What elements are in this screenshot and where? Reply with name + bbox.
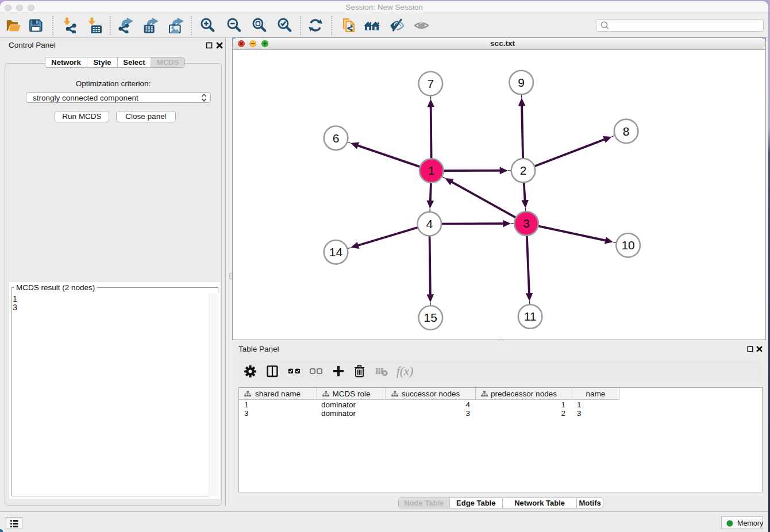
svg-text:14: 14: [329, 245, 343, 259]
svg-text:2: 2: [520, 164, 527, 177]
svg-text:9: 9: [518, 76, 525, 89]
svg-text:15: 15: [424, 311, 437, 324]
svg-text:11: 11: [524, 310, 537, 323]
svg-text:1: 1: [428, 164, 435, 177]
svg-text:10: 10: [621, 238, 634, 252]
svg-text:4: 4: [426, 217, 433, 230]
svg-text:8: 8: [623, 125, 630, 138]
svg-text:3: 3: [523, 217, 530, 230]
svg-text:6: 6: [333, 132, 340, 145]
svg-text:7: 7: [427, 77, 434, 90]
